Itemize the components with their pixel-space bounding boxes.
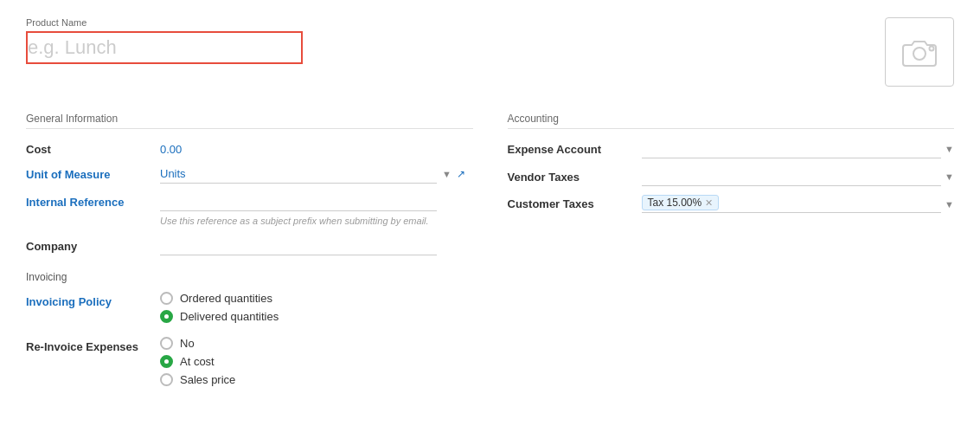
customer-tax-badge: Tax 15.00% ✕ [642,195,720,210]
customer-taxes-row: Tax 15.00% ✕ [642,195,942,213]
policy-delivered-label: Delivered quantities [180,310,279,323]
product-image-upload[interactable] [885,17,954,87]
vendor-taxes-label: Vendor Taxes [508,171,633,184]
uom-select[interactable]: Units [160,165,437,184]
reinvoice-label: Re-Invoice Expenses [26,337,151,353]
reinvoice-salesprice-label: Sales price [180,373,235,386]
policy-ordered-label: Ordered quantities [180,292,272,305]
invoicing-policy-label: Invoicing Policy [26,292,151,308]
reinvoice-no-label: No [180,337,195,350]
reinvoice-salesprice-row[interactable]: Sales price [160,373,473,386]
customer-taxes-arrow: ▼ [945,199,954,210]
company-select[interactable] [160,236,437,255]
reinvoice-atcost-radio[interactable] [160,355,173,368]
expense-account-label: Expense Account [508,143,633,156]
vendor-taxes-arrow: ▼ [945,171,954,182]
tax-badge-label: Tax 15.00% [648,197,702,209]
expense-account-select[interactable] [642,139,942,158]
reinvoice-atcost-label: At cost [180,355,215,368]
general-info-title: General Information [26,113,473,129]
cost-value[interactable]: 0.00 [160,139,473,156]
camera-icon [900,35,938,69]
invoicing-section-title: Invoicing [26,271,473,283]
policy-ordered-row[interactable]: Ordered quantities [160,292,473,305]
product-name-input[interactable] [26,31,303,64]
customer-taxes-label: Customer Taxes [508,197,633,210]
expense-account-arrow: ▼ [945,144,954,154]
policy-delivered-radio[interactable] [160,310,173,323]
uom-label: Unit of Measure [26,165,151,181]
internal-ref-input[interactable] [160,192,437,211]
internal-ref-hint: Use this reference as a subject prefix w… [160,215,473,228]
uom-external-link[interactable]: ↗ [457,168,465,180]
svg-point-0 [913,48,926,60]
reinvoice-no-row[interactable]: No [160,337,473,350]
reinvoice-no-radio[interactable] [160,337,173,350]
internal-ref-label: Internal Reference [26,192,151,209]
accounting-section-title: Accounting [508,113,955,129]
policy-ordered-radio[interactable] [160,292,173,305]
cost-label: Cost [26,139,151,156]
reinvoice-salesprice-radio[interactable] [160,373,173,386]
uom-dropdown-arrow: ▼ [442,169,452,179]
vendor-taxes-select[interactable] [642,167,942,186]
company-label: Company [26,236,151,253]
product-name-label: Product Name [26,17,303,28]
reinvoice-atcost-row[interactable]: At cost [160,355,473,368]
tax-badge-remove[interactable]: ✕ [705,197,713,209]
policy-delivered-row[interactable]: Delivered quantities [160,310,473,323]
